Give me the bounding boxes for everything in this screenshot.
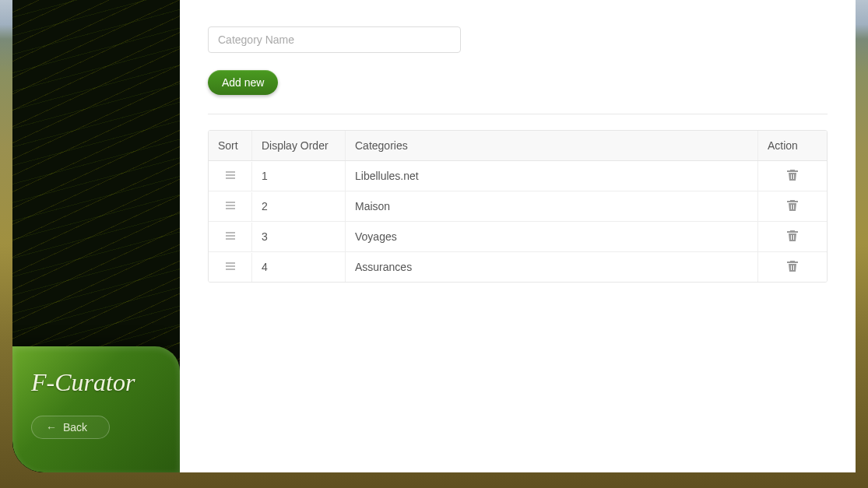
table-body[interactable]: 1 Libellules.net bbox=[209, 161, 827, 282]
sidebar: F-Curator ← Back bbox=[12, 0, 180, 472]
drag-handle-icon[interactable] bbox=[224, 230, 237, 242]
th-sort: Sort bbox=[209, 131, 252, 160]
drag-handle-icon[interactable] bbox=[224, 260, 237, 272]
table-row: 2 Maison bbox=[209, 191, 827, 222]
table-row: 3 Voyages bbox=[209, 222, 827, 252]
brand-logo: F-Curator bbox=[31, 368, 161, 397]
main-content: Add new Sort Display Order Categories Ac… bbox=[180, 0, 856, 472]
trash-icon[interactable] bbox=[786, 260, 799, 272]
cell-order: 1 bbox=[252, 161, 346, 191]
back-button-label: Back bbox=[63, 421, 87, 434]
app-shell: F-Curator ← Back Add new Sort Display Or… bbox=[12, 0, 856, 472]
th-action: Action bbox=[758, 131, 827, 160]
table-row: 4 Assurances bbox=[209, 252, 827, 282]
category-name-input[interactable] bbox=[208, 26, 461, 53]
trash-icon[interactable] bbox=[786, 230, 799, 242]
cell-category: Assurances bbox=[346, 252, 758, 282]
th-display-order: Display Order bbox=[252, 131, 346, 160]
back-button[interactable]: ← Back bbox=[31, 416, 110, 439]
cell-order: 3 bbox=[252, 222, 346, 251]
cell-category: Voyages bbox=[346, 222, 758, 251]
arrow-left-icon: ← bbox=[46, 421, 57, 434]
table-row: 1 Libellules.net bbox=[209, 161, 827, 191]
add-new-button[interactable]: Add new bbox=[208, 70, 278, 95]
cell-category: Libellules.net bbox=[346, 161, 758, 191]
cell-order: 2 bbox=[252, 191, 346, 221]
drag-handle-icon[interactable] bbox=[224, 199, 237, 212]
sidebar-panel: F-Curator ← Back bbox=[12, 346, 180, 472]
drag-handle-icon[interactable] bbox=[224, 169, 237, 181]
trash-icon[interactable] bbox=[786, 169, 799, 181]
trash-icon[interactable] bbox=[786, 199, 799, 212]
categories-table: Sort Display Order Categories Action 1 L… bbox=[208, 130, 828, 283]
table-header-row: Sort Display Order Categories Action bbox=[209, 131, 827, 161]
cell-category: Maison bbox=[346, 191, 758, 221]
cell-order: 4 bbox=[252, 252, 346, 282]
th-categories: Categories bbox=[346, 131, 758, 160]
divider bbox=[208, 114, 828, 114]
